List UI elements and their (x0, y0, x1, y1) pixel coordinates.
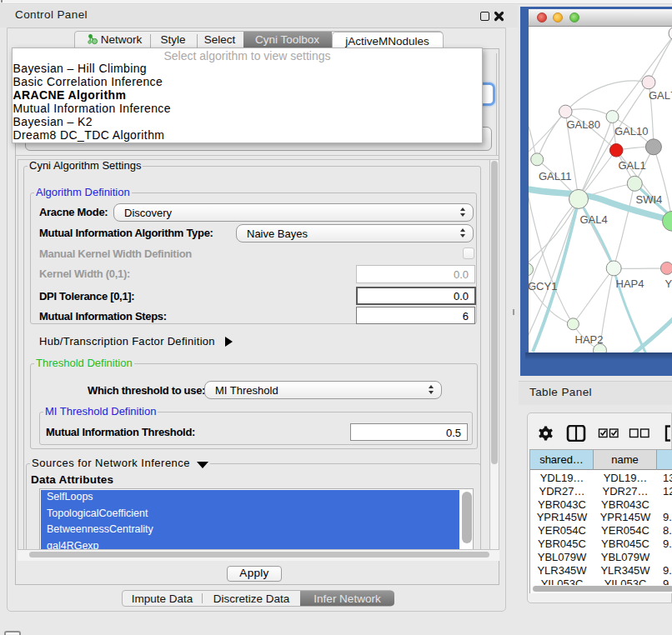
svg-text:GAL7: GAL7 (649, 89, 672, 102)
svg-text:YM: YM (664, 278, 672, 290)
svg-text:HAP4: HAP4 (615, 278, 644, 290)
svg-text:HAP2: HAP2 (574, 333, 603, 346)
svg-text:GAL1: GAL1 (618, 159, 645, 172)
svg-text:GAL11: GAL11 (539, 170, 572, 182)
svg-text:GAL10: GAL10 (614, 125, 648, 138)
svg-text:GAL4: GAL4 (579, 213, 607, 226)
svg-text:GCY1: GCY1 (529, 280, 557, 292)
svg-text:GAL80: GAL80 (566, 118, 599, 131)
svg-text:SWI4: SWI4 (635, 193, 662, 206)
